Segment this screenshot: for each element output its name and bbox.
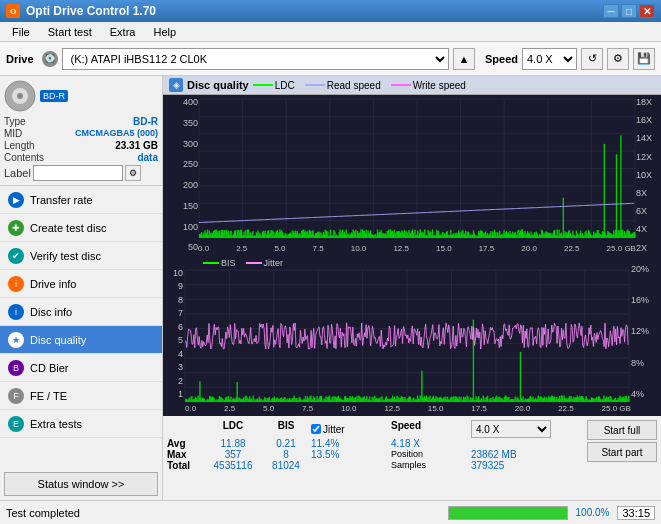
chart-header-icon: ◈ (169, 78, 183, 92)
create-test-disc-icon: ✚ (8, 220, 24, 236)
stats-grid: LDC BIS Jitter Speed 4.0 X Avg 11.88 (167, 420, 583, 471)
bis-color (203, 262, 219, 264)
speed-dropdown[interactable]: 4.0 X (471, 420, 551, 438)
sidebar-label-drive-info: Drive info (30, 278, 76, 290)
max-jitter: 13.5% (311, 449, 391, 460)
sidebar-label-disc-quality: Disc quality (30, 334, 86, 346)
bottom-y-axis-left: 10 9 8 7 6 5 4 3 2 1 (163, 256, 183, 402)
top-y-axis-right: 18X 16X 14X 12X 10X 8X 6X 4X 2X (636, 95, 661, 255)
drive-icon: 💽 (42, 51, 58, 67)
menu-help[interactable]: Help (145, 25, 184, 39)
fe-te-icon: F (8, 388, 24, 404)
ldc-color (253, 84, 273, 86)
chart-header: ◈ Disc quality LDC Read speed Write spee… (163, 76, 661, 95)
time-display: 33:15 (617, 506, 655, 520)
total-bis: 81024 (261, 460, 311, 471)
sidebar-item-create-test-disc[interactable]: ✚ Create test disc (0, 214, 162, 242)
speed-header: Speed (391, 420, 471, 438)
minimize-button[interactable]: ─ (603, 4, 619, 18)
avg-bis: 0.21 (261, 438, 311, 449)
jitter-checkbox[interactable] (311, 424, 321, 434)
drive-label: Drive (6, 53, 34, 65)
sidebar-label-verify-test-disc: Verify test disc (30, 250, 101, 262)
disc-label-btn[interactable]: ⚙ (125, 165, 141, 181)
titlebar-left: O Opti Drive Control 1.70 (6, 4, 156, 18)
disc-type-badge: BD-R (40, 90, 68, 102)
sidebar-label-cd-bier: CD Bier (30, 362, 69, 374)
sidebar-item-extra-tests[interactable]: E Extra tests (0, 410, 162, 438)
statusbar: Test completed 100.0% 33:15 (0, 500, 661, 524)
stats-table-container: LDC BIS Jitter Speed 4.0 X Avg 11.88 (167, 420, 583, 471)
progress-bar (449, 507, 567, 519)
sidebar-label-fe-te: FE / TE (30, 390, 67, 402)
main-area: BD-R Type BD-R MID CMCMAGBA5 (000) Lengt… (0, 76, 661, 500)
position-label: Position (391, 449, 471, 460)
max-bis: 8 (261, 449, 311, 460)
total-ldc: 4535116 (205, 460, 261, 471)
maximize-button[interactable]: □ (621, 4, 637, 18)
bottom-x-axis: 0.0 2.5 5.0 7.5 10.0 12.5 15.0 17.5 20.0… (185, 404, 631, 413)
disc-length-row: Length 23.31 GB (4, 140, 158, 151)
max-label: Max (167, 449, 205, 460)
sidebar-item-disc-info[interactable]: i Disc info (0, 298, 162, 326)
ldc-header: LDC (205, 420, 261, 438)
status-window-button[interactable]: Status window >> (4, 472, 158, 496)
titlebar: O Opti Drive Control 1.70 ─ □ ✕ (0, 0, 661, 22)
chart-bottom: BIS Jitter 10 9 8 7 6 5 4 3 (163, 256, 661, 416)
app-title: Opti Drive Control 1.70 (26, 4, 156, 18)
jitter-check-container: Jitter (311, 420, 391, 438)
disc-mid-row: MID CMCMAGBA5 (000) (4, 128, 158, 139)
transfer-rate-icon: ▶ (8, 192, 24, 208)
top-chart-canvas (163, 95, 661, 256)
sidebar-item-disc-quality[interactable]: ★ Disc quality (0, 326, 162, 354)
disc-header: BD-R (4, 80, 158, 112)
sidebar-label-create-test-disc: Create test disc (30, 222, 106, 234)
progress-container (448, 506, 568, 520)
drive-select[interactable]: (K:) ATAPI iHBS112 2 CL0K (62, 48, 449, 70)
nav-items: ▶ Transfer rate ✚ Create test disc ✔ Ver… (0, 186, 162, 468)
start-part-button[interactable]: Start part (587, 442, 657, 462)
disc-thumbnail (4, 80, 36, 112)
sidebar-item-cd-bier[interactable]: B CD Bier (0, 354, 162, 382)
read-speed-color (305, 84, 325, 86)
top-y-axis-left: 400 350 300 250 200 150 100 50 (163, 95, 198, 255)
speed-select[interactable]: 4.0 X (522, 48, 577, 70)
app-icon: O (6, 4, 20, 18)
sidebar-item-drive-info[interactable]: i Drive info (0, 270, 162, 298)
sidebar-label-transfer-rate: Transfer rate (30, 194, 93, 206)
action-buttons: Start full Start part (587, 420, 657, 462)
sidebar-item-fe-te[interactable]: F FE / TE (0, 382, 162, 410)
options-button[interactable]: ⚙ (607, 48, 629, 70)
stats-main: LDC BIS Jitter Speed 4.0 X Avg 11.88 (167, 420, 657, 471)
start-full-button[interactable]: Start full (587, 420, 657, 440)
chart-area: ◈ Disc quality LDC Read speed Write spee… (163, 76, 661, 500)
disc-label-input[interactable] (33, 165, 123, 181)
sidebar-item-verify-test-disc[interactable]: ✔ Verify test disc (0, 242, 162, 270)
legend-ldc: LDC (253, 80, 295, 91)
write-speed-color (391, 84, 411, 86)
bottom-y-axis-right: 20% 16% 12% 8% 4% (631, 256, 661, 402)
close-button[interactable]: ✕ (639, 4, 655, 18)
disc-type-row: Type BD-R (4, 116, 158, 127)
status-text: Test completed (6, 507, 440, 519)
avg-ldc: 11.88 (205, 438, 261, 449)
jitter-color (246, 262, 262, 264)
toolbar: Drive 💽 (K:) ATAPI iHBS112 2 CL0K ▲ Spee… (0, 42, 661, 76)
refresh-button[interactable]: ↺ (581, 48, 603, 70)
disc-info-icon: i (8, 304, 24, 320)
sidebar-item-transfer-rate[interactable]: ▶ Transfer rate (0, 186, 162, 214)
avg-speed: 4.18 X (391, 438, 471, 449)
top-x-axis: 0.0 2.5 5.0 7.5 10.0 12.5 15.0 17.5 20.0… (198, 244, 636, 253)
sidebar-label-disc-info: Disc info (30, 306, 72, 318)
chart-legend: LDC Read speed Write speed (253, 80, 466, 91)
jitter-header: Jitter (323, 424, 345, 435)
titlebar-controls: ─ □ ✕ (603, 4, 655, 18)
eject-button[interactable]: ▲ (453, 48, 475, 70)
charts-container: 400 350 300 250 200 150 100 50 18X 16X 1… (163, 95, 661, 415)
save-button[interactable]: 💾 (633, 48, 655, 70)
menu-extra[interactable]: Extra (102, 25, 144, 39)
disc-contents-row: Contents data (4, 152, 158, 163)
menu-file[interactable]: File (4, 25, 38, 39)
legend-jitter: Jitter (246, 258, 284, 268)
menu-start-test[interactable]: Start test (40, 25, 100, 39)
